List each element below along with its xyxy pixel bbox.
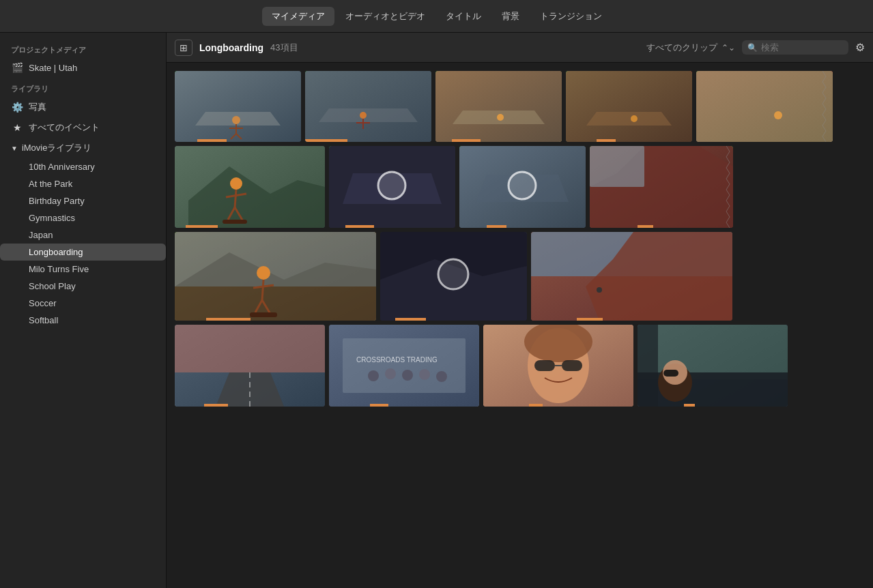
video-clip-8[interactable] (459, 146, 586, 228)
sidebar-item-all-events[interactable]: ★ すべてのイベント (0, 117, 166, 138)
filter-label: すべてのクリップ (646, 42, 717, 54)
svg-point-60 (368, 370, 379, 381)
filter-arrows-icon: ⌃⌄ (721, 43, 735, 53)
svg-rect-18 (696, 71, 833, 142)
svg-point-30 (378, 172, 405, 199)
video-clip-5[interactable] (696, 71, 833, 142)
content-area: ⊞ Longboarding 43項目 すべてのクリップ ⌃⌄ 🔍 ⚙ (167, 33, 873, 588)
video-clip-3[interactable] (435, 71, 562, 142)
filter-dropdown[interactable]: すべてのクリップ ⌃⌄ (646, 42, 735, 54)
sidebar-item-photos[interactable]: ⚙️ 写真 (0, 97, 166, 117)
content-count: 43項目 (270, 42, 298, 54)
sidebar-item-park[interactable]: At the Park (0, 175, 166, 192)
main-layout: プロジェクトメディア 🎬 Skate | Utah ライブラリ ⚙️ 写真 ★ … (0, 33, 873, 588)
sidebar-imovie-library-header[interactable]: ▼ iMovieライブラリ (0, 138, 166, 158)
video-clip-1[interactable] (175, 71, 301, 142)
video-clip-12[interactable] (531, 232, 732, 321)
video-clip-15[interactable] (483, 325, 633, 407)
video-clip-6[interactable] (175, 146, 325, 228)
grid-row-1 (175, 71, 865, 142)
svg-point-52 (597, 287, 602, 293)
video-clip-13[interactable] (175, 325, 325, 407)
settings-button[interactable]: ⚙ (855, 41, 865, 54)
svg-point-22 (230, 177, 242, 190)
svg-marker-8 (319, 108, 418, 122)
grid-toggle-button[interactable]: ⊞ (175, 40, 192, 56)
content-title: Longboarding (199, 42, 263, 53)
sidebar-item-project[interactable]: 🎬 Skate | Utah (0, 58, 166, 77)
video-clip-7[interactable] (329, 146, 455, 228)
svg-rect-12 (435, 71, 562, 142)
photos-icon: ⚙️ (11, 102, 23, 113)
sidebar-item-10th[interactable]: 10th Anniversary (0, 158, 166, 175)
search-container: 🔍 (742, 40, 848, 55)
grid-row-3 (175, 232, 865, 321)
tab-backgrounds[interactable]: 背景 (492, 7, 529, 26)
svg-rect-69 (562, 360, 582, 371)
sidebar-item-softball[interactable]: Softball (0, 312, 166, 329)
svg-rect-68 (534, 360, 555, 371)
svg-point-48 (438, 259, 468, 289)
video-grid: CROSSROADS TRADING (167, 63, 873, 588)
sidebar-photos-label: 写真 (29, 101, 46, 113)
video-clip-10[interactable] (175, 232, 376, 321)
search-input[interactable] (761, 42, 843, 53)
svg-point-63 (419, 369, 430, 380)
svg-rect-58 (343, 338, 466, 393)
svg-marker-16 (586, 112, 672, 126)
sidebar-item-birthday[interactable]: Birthday Party (0, 192, 166, 209)
svg-point-19 (774, 111, 782, 119)
sidebar-project-title: Skate | Utah (29, 63, 77, 73)
tab-my-media[interactable]: マイメディア (262, 7, 334, 26)
svg-line-41 (262, 280, 263, 300)
svg-point-62 (402, 370, 413, 381)
svg-rect-0 (175, 71, 301, 142)
svg-rect-36 (590, 146, 644, 187)
grid-icon: ⊞ (180, 42, 188, 53)
svg-line-23 (235, 190, 236, 207)
tab-audio-video[interactable]: オーディオとビデオ (336, 7, 435, 26)
svg-point-33 (509, 172, 536, 199)
video-clip-14[interactable]: CROSSROADS TRADING (329, 325, 479, 407)
svg-rect-7 (305, 71, 431, 142)
grid-row-2 (175, 146, 865, 228)
video-clip-16[interactable] (638, 325, 788, 407)
svg-rect-74 (638, 325, 658, 407)
content-header: ⊞ Longboarding 43項目 すべてのクリップ ⌃⌄ 🔍 ⚙ (167, 33, 873, 63)
tab-transitions[interactable]: トランジション (530, 7, 612, 26)
svg-point-2 (232, 116, 240, 124)
sidebar: プロジェクトメディア 🎬 Skate | Utah ライブラリ ⚙️ 写真 ★ … (0, 33, 167, 588)
film-icon: 🎬 (11, 62, 23, 73)
svg-point-40 (257, 266, 270, 280)
toolbar: マイメディア オーディオとビデオ タイトル 背景 トランジション (0, 0, 873, 33)
svg-text:CROSSROADS TRADING: CROSSROADS TRADING (356, 356, 438, 364)
svg-rect-15 (566, 71, 692, 142)
sidebar-item-longboarding[interactable]: Longboarding (0, 244, 166, 261)
svg-point-9 (360, 112, 367, 119)
svg-point-17 (631, 115, 638, 122)
svg-point-64 (436, 371, 447, 382)
sidebar-item-gymnastics[interactable]: Gymnastics (0, 209, 166, 226)
video-clip-11[interactable] (380, 232, 527, 321)
sidebar-item-school[interactable]: School Play (0, 278, 166, 295)
svg-rect-54 (175, 325, 325, 372)
search-icon: 🔍 (747, 43, 758, 53)
svg-point-61 (385, 368, 396, 379)
gear-icon: ⚙ (855, 42, 865, 53)
star-icon: ★ (11, 122, 23, 133)
svg-rect-27 (223, 220, 247, 224)
svg-point-14 (497, 114, 504, 121)
sidebar-item-soccer[interactable]: Soccer (0, 295, 166, 312)
sidebar-imovie-library-label: iMovieライブラリ (22, 142, 92, 154)
library-label: ライブラリ (0, 77, 166, 97)
tab-titles[interactable]: タイトル (436, 7, 491, 26)
sidebar-item-japan[interactable]: Japan (0, 226, 166, 244)
chevron-down-icon: ▼ (11, 145, 18, 152)
svg-rect-39 (175, 232, 376, 286)
video-clip-2[interactable] (305, 71, 431, 142)
svg-rect-77 (663, 370, 678, 377)
video-clip-4[interactable] (566, 71, 692, 142)
sidebar-item-milo[interactable]: Milo Turns Five (0, 261, 166, 278)
video-clip-9[interactable] (590, 146, 733, 228)
sidebar-all-events-label: すべてのイベント (29, 121, 100, 134)
